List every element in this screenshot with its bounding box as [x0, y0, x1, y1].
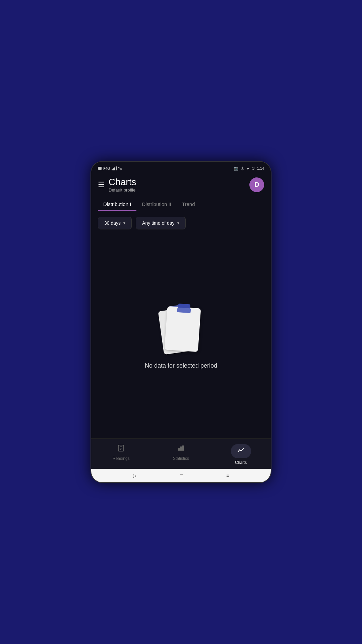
nav-charts[interactable]: Charts [211, 443, 271, 466]
status-bar: 4G Yo 📷 ⓕ ➤ ⏱ 1:14 [91, 162, 271, 174]
statistics-icon [177, 444, 185, 454]
app-title: Charts [109, 177, 245, 187]
system-nav: ▷ □ ≡ [91, 469, 271, 482]
readings-label: Readings [113, 456, 130, 461]
empty-illustration [159, 304, 203, 354]
nav-readings[interactable]: Readings [91, 443, 151, 466]
time-filter-button[interactable]: Any time of day ▾ [136, 217, 186, 229]
clipboard-front [165, 306, 201, 352]
tab-distribution-ii[interactable]: Distribution II [136, 198, 177, 211]
facebook-icon: ⓕ [241, 166, 244, 171]
charts-icon [237, 447, 245, 456]
wifi-indicator: Yo [118, 166, 122, 170]
tab-distribution-i[interactable]: Distribution I [98, 198, 136, 211]
empty-message: No data for selected period [145, 362, 217, 369]
status-left: 4G Yo [98, 166, 122, 170]
app-subtitle: Default profile [109, 187, 245, 193]
back-button[interactable]: ▷ [133, 473, 137, 478]
statistics-label: Statistics [173, 456, 189, 461]
time-filter-label: Any time of day [142, 220, 175, 226]
clock-icon: ⏱ [251, 166, 255, 170]
readings-icon [117, 444, 125, 454]
svg-rect-6 [182, 445, 184, 451]
main-content: No data for selected period [91, 235, 271, 438]
days-filter-label: 30 days [104, 220, 121, 226]
nav-statistics[interactable]: Statistics [151, 443, 211, 466]
clipboard-clip [177, 308, 191, 313]
tabs-bar: Distribution I Distribution II Trend [91, 198, 271, 211]
instagram-icon: 📷 [234, 166, 239, 171]
battery-icon [98, 167, 104, 170]
avatar[interactable]: D [249, 177, 264, 192]
empty-state: No data for selected period [145, 304, 217, 369]
recents-button[interactable]: ≡ [226, 473, 229, 478]
charts-label: Charts [235, 460, 247, 465]
home-button[interactable]: □ [180, 473, 183, 478]
svg-rect-5 [180, 446, 182, 451]
svg-rect-4 [178, 448, 180, 451]
network-type: 4G [105, 166, 110, 170]
charts-nav-bg [231, 444, 251, 458]
header: ☰ Charts Default profile D [91, 174, 271, 198]
location-icon: ➤ [246, 166, 249, 171]
time-display: 1:14 [257, 166, 264, 170]
header-title-block: Charts Default profile [109, 177, 245, 193]
time-filter-chevron: ▾ [177, 221, 179, 225]
filters-row: 30 days ▾ Any time of day ▾ [91, 211, 271, 235]
status-right: 📷 ⓕ ➤ ⏱ 1:14 [234, 166, 264, 171]
bottom-nav: Readings Statistics Charts [91, 438, 271, 469]
phone-frame: 4G Yo 📷 ⓕ ➤ ⏱ 1:14 ☰ Charts Default prof… [90, 161, 272, 483]
menu-icon[interactable]: ☰ [98, 181, 105, 189]
days-filter-button[interactable]: 30 days ▾ [98, 217, 132, 229]
signal-bars [112, 166, 117, 170]
tab-trend[interactable]: Trend [177, 198, 200, 211]
days-filter-chevron: ▾ [123, 221, 125, 225]
